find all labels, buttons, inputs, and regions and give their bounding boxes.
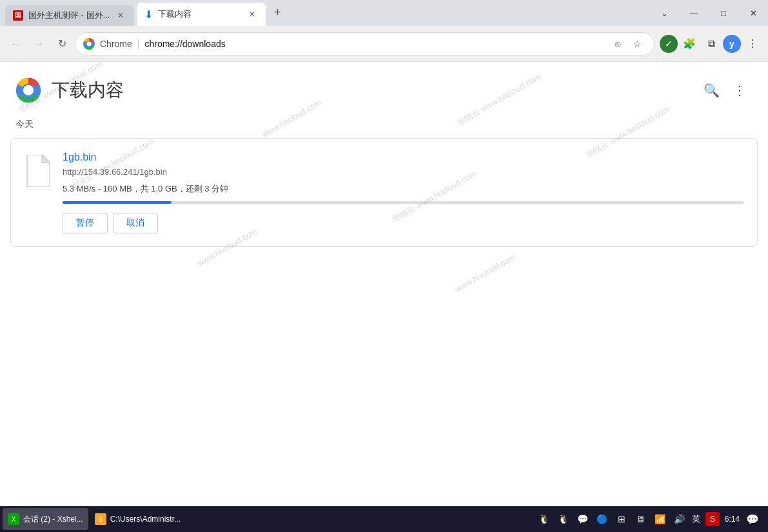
explorer-icon: S (95, 513, 106, 525)
page-header: 下载内容 🔍 ⋮ (0, 62, 768, 113)
address-chrome-text: Chrome (100, 39, 132, 49)
address-bar-favicon (83, 38, 95, 50)
tab-inactive[interactable]: 国 国外主机测评 - 国外... ✕ (5, 5, 134, 26)
file-icon-svg (24, 155, 50, 187)
taskbar-qq2-icon[interactable]: 🐧 (556, 512, 571, 526)
back-button[interactable]: ← (5, 34, 26, 54)
split-view-button[interactable]: ⧉ (701, 34, 722, 54)
chrome-logo (15, 77, 41, 103)
window-controls: ⌄ — □ ✕ (649, 0, 768, 26)
active-tab-label: 下载内容 (158, 8, 241, 20)
address-bar[interactable]: Chrome | chrome://downloads ⎋ ☆ (75, 32, 655, 55)
svg-point-3 (23, 85, 34, 95)
inactive-tab-favicon: 国 (13, 10, 23, 21)
cancel-button[interactable]: 取消 (113, 213, 158, 233)
new-tab-button[interactable]: + (268, 3, 286, 21)
taskbar-qq1-icon[interactable]: 🐧 (537, 512, 551, 526)
taskbar-bluetooth-icon[interactable]: 🔵 (595, 512, 609, 526)
progress-bar-container (63, 201, 744, 204)
taskbar-notification-icon[interactable]: 💬 (745, 511, 760, 527)
taskbar-item-xshell[interactable]: X 会话 (2) - Xshel... (3, 508, 88, 530)
taskbar-display-icon[interactable]: 🖥 (634, 512, 648, 526)
section-today-label: 今天 (0, 113, 768, 135)
page-title: 下载内容 (52, 78, 124, 103)
toolbar-icons: ✓ 🧩 ⧉ y ⋮ (660, 34, 763, 54)
taskbar-lang[interactable]: 英 (692, 513, 700, 525)
taskbar-item-xshell-label: 会话 (2) - Xshel... (23, 514, 83, 525)
refresh-button[interactable]: ↻ (52, 34, 72, 54)
taskbar-item-explorer-label: C:\Users\Administr... (110, 515, 181, 524)
bookmark-button[interactable]: ☆ (628, 35, 646, 53)
taskbar-right: 🐧 🐧 💬 🔵 ⊞ 🖥 📶 🔊 英 S 6:14 💬 (537, 511, 765, 527)
download-tab-icon: ⬇ (144, 8, 153, 21)
address-url: chrome://downloads (144, 39, 225, 49)
download-filename[interactable]: 1gb.bin (63, 152, 744, 163)
taskbar-wechat-icon[interactable]: 💬 (576, 512, 590, 526)
main-content: 下载内容 🔍 ⋮ 今天 1gb.bin http://154.39.66.241… (0, 62, 768, 506)
close-button[interactable]: ✕ (738, 0, 768, 26)
download-info: 1gb.bin http://154.39.66.241/1gb.bin 5.3… (63, 152, 744, 233)
pause-button[interactable]: 暂停 (63, 213, 108, 233)
taskbar-time: 6:14 (725, 515, 740, 524)
watermark-7: www.hncloud.com (453, 252, 517, 294)
profile-avatar[interactable]: y (723, 35, 741, 53)
address-actions: ⎋ ☆ (609, 35, 646, 53)
active-tab-close[interactable]: ✕ (246, 8, 258, 20)
taskbar: X 会话 (2) - Xshel... S C:\Users\Administr… (0, 506, 768, 532)
forward-button[interactable]: → (28, 34, 49, 54)
tab-active[interactable]: ⬇ 下载内容 ✕ (137, 3, 266, 26)
share-button[interactable]: ⎋ (609, 35, 627, 53)
minimize-button[interactable]: — (679, 0, 709, 26)
download-actions: 暂停 取消 (63, 213, 744, 233)
title-bar: 国 国外主机测评 - 国外... ✕ ⬇ 下载内容 ✕ + ⌄ — □ ✕ (0, 0, 768, 26)
taskbar-apps-icon[interactable]: ⊞ (615, 512, 629, 526)
download-item: 1gb.bin http://154.39.66.241/1gb.bin 5.3… (10, 138, 758, 247)
taskbar-wifi-icon[interactable]: 📶 (653, 512, 667, 526)
menu-button[interactable]: ⋮ (742, 34, 763, 54)
page-search-button[interactable]: 🔍 (698, 77, 724, 103)
address-bar-container: ← → ↻ Chrome | chrome://downloads ⎋ ☆ ✓ … (0, 26, 768, 62)
page-menu-button[interactable]: ⋮ (727, 77, 753, 103)
taskbar-item-explorer[interactable]: S C:\Users\Administr... (90, 508, 186, 530)
download-url: http://154.39.66.241/1gb.bin (63, 167, 744, 177)
taskbar-volume-icon[interactable]: 🔊 (673, 512, 687, 526)
shield-icon[interactable]: ✓ (660, 35, 678, 53)
page-header-actions: 🔍 ⋮ (698, 77, 753, 103)
progress-bar-fill (63, 201, 172, 204)
xshell-icon: X (8, 513, 19, 525)
expand-button[interactable]: ⌄ (649, 0, 679, 26)
extensions-button[interactable]: 🧩 (679, 34, 700, 54)
download-status: 5.3 MB/s - 160 MB，共 1.0 GB，还剩 3 分钟 (63, 183, 744, 195)
address-separator: | (137, 39, 140, 49)
taskbar-ime-icon[interactable]: S (705, 512, 720, 526)
inactive-tab-close[interactable]: ✕ (115, 10, 126, 21)
svg-point-1 (86, 41, 91, 46)
inactive-tab-label: 国外主机测评 - 国外... (28, 10, 110, 21)
maximize-button[interactable]: □ (709, 0, 738, 26)
file-icon (21, 152, 52, 190)
